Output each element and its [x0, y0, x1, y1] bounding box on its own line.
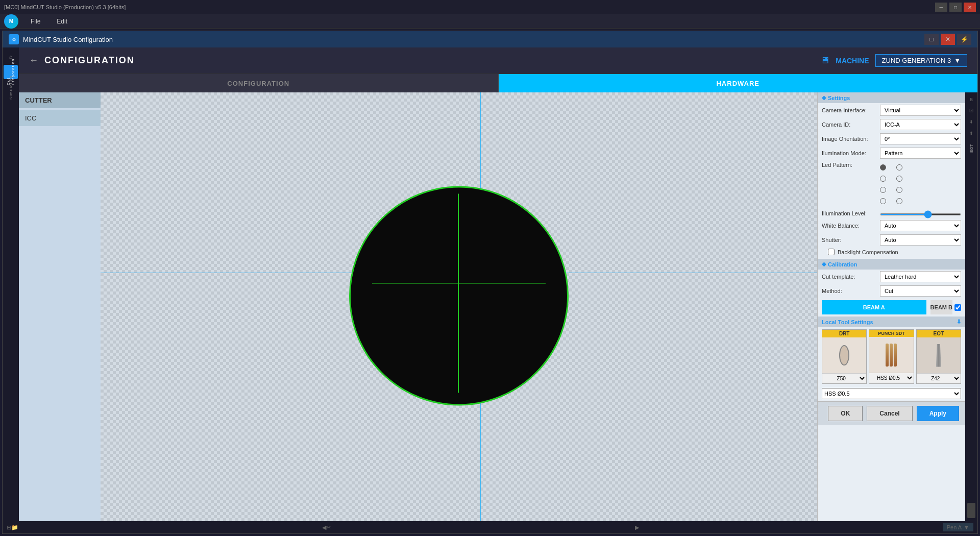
- led-pattern-grid: [880, 162, 902, 207]
- right-settings-panel: ◆ Settings Camera Interface: Virtual Cam…: [817, 92, 965, 521]
- tool-card-punch: PUNCH SDT HSS Ø0.5: [869, 329, 914, 384]
- machine-label: MACHINE: [836, 57, 869, 65]
- tab-bar: CONFIGURATION HARDWARE: [19, 74, 977, 92]
- far-right-scroll-handle[interactable]: [967, 503, 975, 518]
- illumination-level-slider[interactable]: [880, 213, 961, 215]
- calibration-title-icon: ◆: [822, 261, 826, 267]
- far-right-download-icon[interactable]: ⬇: [966, 117, 976, 127]
- backlight-compensation-checkbox[interactable]: [828, 249, 835, 255]
- far-right-eot-label: EOT: [966, 143, 976, 154]
- menubar: M File Edit: [0, 14, 980, 29]
- tab-configuration[interactable]: CONFIGURATION: [19, 74, 499, 92]
- led-dot-4[interactable]: [896, 176, 902, 182]
- method-select[interactable]: Cut: [880, 285, 961, 297]
- led-dot-3[interactable]: [880, 176, 886, 182]
- tool-pin-2: [890, 344, 893, 367]
- tool-pin-1: [886, 344, 889, 367]
- window-maximize-button[interactable]: □: [924, 34, 939, 45]
- bottom-arrow-icon[interactable]: ◀: [322, 524, 326, 531]
- white-balance-select[interactable]: Auto: [880, 220, 961, 231]
- cancel-button[interactable]: Cancel: [867, 406, 912, 421]
- led-dot-1[interactable]: [880, 164, 886, 170]
- settings-title-text: Settings: [828, 95, 850, 101]
- white-balance-row: White Balance: Auto: [818, 218, 965, 233]
- main-window: ⚙ MindCUT Studio Configuration □ ✕ ⚡ ⌂ C…: [2, 31, 978, 534]
- bottom-cut-icon[interactable]: ✂: [326, 524, 331, 531]
- cutter-header: CUTTER: [19, 92, 101, 108]
- close-button[interactable]: ✕: [964, 3, 976, 12]
- led-dot-2[interactable]: [896, 164, 902, 170]
- beam-b-checkbox[interactable]: [954, 304, 961, 311]
- ok-button[interactable]: OK: [828, 406, 863, 421]
- led-dot-6[interactable]: [896, 187, 902, 193]
- far-right-b-icon[interactable]: B: [966, 94, 976, 105]
- back-button[interactable]: ←: [29, 55, 38, 66]
- tab-hardware[interactable]: HARDWARE: [499, 74, 978, 92]
- camera-id-label: Camera ID:: [822, 121, 878, 128]
- menu-edit[interactable]: Edit: [53, 16, 71, 27]
- beam-b-button[interactable]: BEAM B: [930, 300, 952, 314]
- header-right: 🖥 MACHINE ZUND GENERATION 3 ▼: [820, 54, 967, 67]
- camera-id-row: Camera ID: ICC-A: [818, 117, 965, 132]
- far-right-panel: B ☑ ⬇ ⬆ EOT: [965, 92, 977, 521]
- camera-id-select[interactable]: ICC-A: [880, 119, 961, 130]
- pen-dropdown[interactable]: ▼: [964, 524, 969, 530]
- machine-name-badge[interactable]: ZUND GENERATION 3 ▼: [875, 54, 967, 67]
- shutter-label: Shutter:: [822, 237, 878, 243]
- machine-icon: 🖥: [820, 55, 829, 66]
- camera-interface-select[interactable]: Virtual: [880, 105, 961, 116]
- bottom-play-icon[interactable]: ▶: [635, 524, 639, 531]
- window-controls[interactable]: □ ✕ ⚡: [924, 34, 971, 45]
- far-right-upload-icon[interactable]: ⬆: [966, 128, 976, 138]
- tool-eot-select[interactable]: Z42: [917, 373, 961, 383]
- menu-file[interactable]: File: [27, 16, 44, 27]
- far-right-checkbox-icon[interactable]: ☑: [966, 106, 976, 116]
- led-dot-8[interactable]: [896, 198, 902, 204]
- tool-eot-image: [917, 337, 961, 373]
- tool-drt-header: DRT: [822, 330, 866, 337]
- tool-punch-select[interactable]: HSS Ø0.5: [869, 373, 913, 383]
- window-titlebar: ⚙ MindCUT Studio Configuration □ ✕ ⚡: [3, 31, 977, 47]
- led-pattern-row: Led Pattern:: [818, 160, 965, 208]
- beam-b-container: BEAM B: [930, 300, 961, 314]
- led-row-4: [880, 198, 902, 204]
- led-dot-5[interactable]: [880, 187, 886, 193]
- led-dot-7[interactable]: [880, 198, 886, 204]
- led-row-1: [880, 164, 902, 170]
- shutter-select[interactable]: Auto: [880, 234, 961, 246]
- settings-title-icon: ◆: [822, 94, 826, 101]
- sidebar-sim-icon[interactable]: Simulation: [4, 80, 18, 94]
- window-icon: ⚙: [9, 34, 19, 44]
- left-sidebar: ⌂ Cut Preparation Simulation: [3, 47, 19, 521]
- beam-row: BEAM A BEAM B: [818, 298, 965, 316]
- illumination-mode-select[interactable]: Pattern: [880, 148, 961, 159]
- tool-drt-select[interactable]: Z50: [822, 373, 866, 383]
- maximize-button[interactable]: □: [949, 3, 962, 12]
- tool-punch-pins: [886, 344, 897, 367]
- led-row-3: [880, 187, 902, 193]
- bottom-folder-icon[interactable]: 📁: [11, 524, 18, 531]
- apply-button[interactable]: Apply: [917, 406, 959, 421]
- led-pattern-label: Led Pattern:: [822, 162, 878, 168]
- cut-template-select[interactable]: Leather hard: [880, 271, 961, 282]
- tool-eot-header: EOT: [917, 330, 961, 337]
- machine-dropdown-arrow: ▼: [954, 57, 961, 64]
- logo-char: M: [9, 18, 13, 24]
- beam-a-button[interactable]: BEAM A: [822, 300, 926, 314]
- window-close-button[interactable]: ✕: [941, 34, 955, 45]
- led-row-2: [880, 176, 902, 182]
- method-row: Method: Cut: [818, 284, 965, 298]
- titlebar-controls[interactable]: ─ □ ✕: [935, 3, 976, 12]
- local-tools-download-icon[interactable]: ⬇: [957, 319, 961, 325]
- calibration-section-header: ◆ Calibration: [818, 259, 965, 270]
- machine-name-text: ZUND GENERATION 3: [882, 57, 951, 64]
- titlebar: [MC0] MindCUT Studio (Production) v5.3 […: [0, 0, 980, 14]
- image-orientation-label: Image Orientation:: [822, 136, 878, 142]
- bottom-left-icon[interactable]: ⊞: [7, 524, 11, 531]
- minimize-button[interactable]: ─: [935, 3, 947, 12]
- image-orientation-select[interactable]: 0°: [880, 133, 961, 144]
- icc-item[interactable]: ICC: [19, 110, 101, 126]
- tool-card-drt: DRT Z50: [822, 329, 867, 384]
- window-power-button[interactable]: ⚡: [957, 34, 971, 45]
- bottom-tool-select[interactable]: HSS Ø0.5: [822, 388, 961, 399]
